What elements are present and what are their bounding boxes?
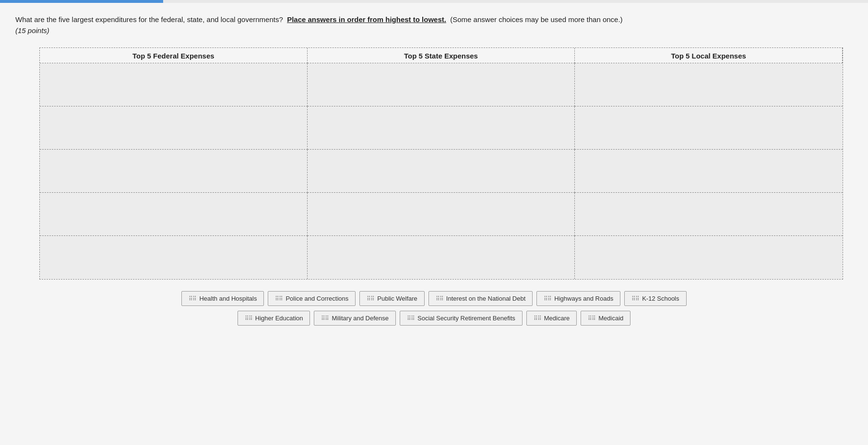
- drag-item-interest-national-debt[interactable]: ⠿⠿ Interest on the National Debt: [428, 291, 533, 306]
- question-points: (15 points): [15, 26, 49, 35]
- drag-handle-icon: ⠿⠿: [275, 295, 283, 302]
- drag-item-label: Highways and Roads: [554, 295, 613, 302]
- col-header-local: Top 5 Local Expenses: [575, 48, 843, 63]
- drag-item-health-hospitals[interactable]: ⠿⠿ Health and Hospitals: [181, 291, 264, 306]
- drag-item-medicare[interactable]: ⠿⠿ Medicare: [526, 311, 577, 326]
- answer-table: Top 5 Federal Expenses Top 5 State Expen…: [39, 47, 843, 280]
- drag-handle-icon: ⠿⠿: [534, 315, 541, 322]
- cell-state-1[interactable]: [308, 63, 575, 106]
- cell-state-2[interactable]: [308, 106, 575, 150]
- drag-item-label: Police and Corrections: [285, 295, 348, 302]
- drag-item-public-welfare[interactable]: ⠿⠿ Public Welfare: [359, 291, 425, 306]
- cell-state-4[interactable]: [308, 193, 575, 236]
- cell-local-5[interactable]: [575, 236, 843, 279]
- drag-item-label: K-12 Schools: [642, 295, 679, 302]
- drag-item-label: Medicare: [544, 315, 570, 322]
- drag-handle-icon: ⠿⠿: [245, 315, 252, 322]
- question-text-after: (Some answer choices may be used more th…: [450, 15, 622, 23]
- drag-handle-icon: ⠿⠿: [321, 315, 329, 322]
- col-header-state: Top 5 State Expenses: [308, 48, 575, 63]
- drag-item-highways-roads[interactable]: ⠿⠿ Highways and Roads: [536, 291, 620, 306]
- row-num-2: [15, 111, 39, 153]
- drag-item-military-defense[interactable]: ⠿⠿ Military and Defense: [314, 311, 396, 326]
- cell-local-3[interactable]: [575, 150, 843, 193]
- cell-federal-4[interactable]: [40, 193, 308, 236]
- row-num-1: [15, 69, 39, 111]
- cell-local-1[interactable]: [575, 63, 843, 106]
- row-numbers-column: [15, 69, 39, 280]
- drag-handle-icon: ⠿⠿: [367, 295, 374, 302]
- drag-items-row-2: ⠿⠿ Higher Education ⠿⠿ Military and Defe…: [238, 311, 631, 326]
- drag-item-higher-education[interactable]: ⠿⠿ Higher Education: [238, 311, 310, 326]
- row-num-5: [15, 237, 39, 280]
- question-underline-text: Place answers in order from highest to l…: [287, 15, 446, 23]
- cell-federal-5[interactable]: [40, 236, 308, 279]
- drag-item-label: Social Security Retirement Benefits: [417, 315, 515, 322]
- drag-item-label: Interest on the National Debt: [446, 295, 526, 302]
- answer-area: Top 5 Federal Expenses Top 5 State Expen…: [15, 47, 843, 280]
- question-text: What are the five largest expenditures f…: [15, 14, 735, 36]
- drag-item-label: Medicaid: [598, 315, 623, 322]
- row-num-4: [15, 195, 39, 237]
- row-num-3: [15, 153, 39, 195]
- drag-item-label: Higher Education: [255, 315, 303, 322]
- drag-handle-icon: ⠿⠿: [544, 295, 551, 302]
- col-header-federal: Top 5 Federal Expenses: [40, 48, 308, 63]
- cell-federal-2[interactable]: [40, 106, 308, 150]
- drag-handle-icon: ⠿⠿: [436, 295, 443, 302]
- drag-item-label: Health and Hospitals: [199, 295, 257, 302]
- page-wrapper: What are the five largest expenditures f…: [0, 3, 868, 445]
- cell-local-2[interactable]: [575, 106, 843, 150]
- cell-local-4[interactable]: [575, 193, 843, 236]
- cell-federal-3[interactable]: [40, 150, 308, 193]
- drag-item-label: Public Welfare: [377, 295, 417, 302]
- drag-item-k12-schools[interactable]: ⠿⠿ K-12 Schools: [624, 291, 686, 306]
- drag-handle-icon: ⠿⠿: [631, 295, 639, 302]
- drag-handle-icon: ⠿⠿: [407, 315, 415, 322]
- cell-state-3[interactable]: [308, 150, 575, 193]
- cell-state-5[interactable]: [308, 236, 575, 279]
- drag-item-label: Military and Defense: [332, 315, 389, 322]
- drag-handle-icon: ⠿⠿: [588, 315, 595, 322]
- drag-items-container: ⠿⠿ Health and Hospitals ⠿⠿ Police and Co…: [15, 291, 853, 326]
- cell-federal-1[interactable]: [40, 63, 308, 106]
- drag-item-medicaid[interactable]: ⠿⠿ Medicaid: [581, 311, 630, 326]
- drag-item-social-security[interactable]: ⠿⠿ Social Security Retirement Benefits: [400, 311, 523, 326]
- question-text-before: What are the five largest expenditures f…: [15, 15, 283, 23]
- drag-item-police-corrections[interactable]: ⠿⠿ Police and Corrections: [268, 291, 356, 306]
- drag-handle-icon: ⠿⠿: [189, 295, 196, 302]
- drag-items-row-1: ⠿⠿ Health and Hospitals ⠿⠿ Police and Co…: [181, 291, 686, 306]
